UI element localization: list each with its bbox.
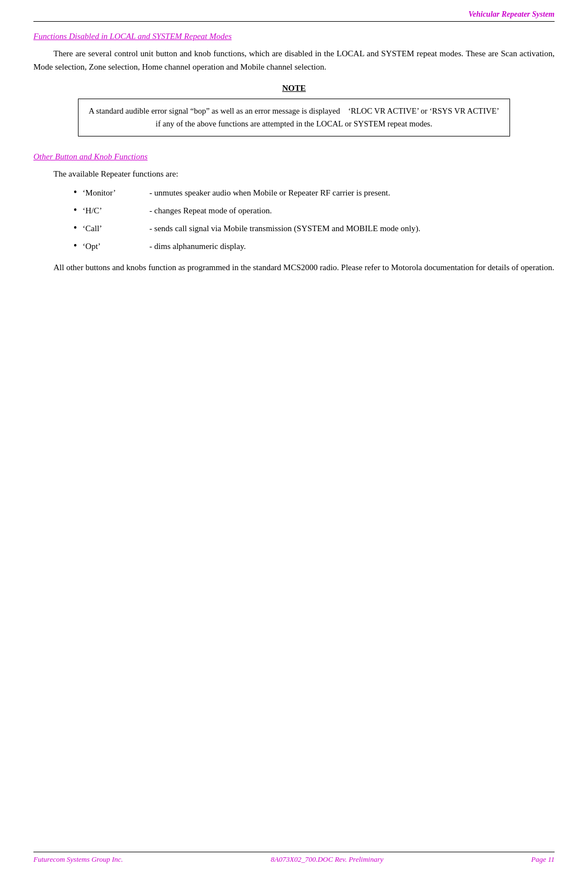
bullet-desc: - changes Repeat mode of operation. bbox=[149, 204, 272, 217]
list-item: •‘H/C’- changes Repeat mode of operation… bbox=[74, 204, 555, 217]
footer-right: Page 11 bbox=[531, 855, 555, 864]
bullet-dot-icon: • bbox=[74, 240, 77, 252]
page-container: Vehicular Repeater System Functions Disa… bbox=[0, 0, 588, 874]
section2-block: Other Button and Knob Functions The avai… bbox=[33, 152, 555, 274]
available-text: The available Repeater functions are: bbox=[53, 167, 555, 180]
footer-center: 8A073X02_700.DOC Rev. Preliminary bbox=[271, 855, 383, 864]
footer-bar: Futurecom Systems Group Inc. 8A073X02_70… bbox=[33, 852, 555, 864]
note-text: A standard audible error signal “bop” as… bbox=[89, 106, 499, 128]
bullet-desc: - unmutes speaker audio when Mobile or R… bbox=[149, 186, 390, 199]
section1-paragraph: There are several control unit button an… bbox=[33, 47, 555, 74]
bullet-dot-icon: • bbox=[74, 186, 77, 199]
header-bar: Vehicular Repeater System bbox=[33, 10, 555, 22]
bullet-desc: - dims alphanumeric display. bbox=[149, 240, 246, 253]
bullet-key: ‘Call’ bbox=[82, 222, 149, 235]
bullet-key: ‘Monitor’ bbox=[82, 186, 149, 199]
list-item: •‘Opt’- dims alphanumeric display. bbox=[74, 240, 555, 253]
section2-heading[interactable]: Other Button and Knob Functions bbox=[33, 152, 148, 162]
bullet-dot-icon: • bbox=[74, 222, 77, 235]
note-box: A standard audible error signal “bop” as… bbox=[78, 99, 510, 136]
bullet-list: •‘Monitor’- unmutes speaker audio when M… bbox=[74, 186, 555, 253]
section1-heading[interactable]: Functions Disabled in LOCAL and SYSTEM R… bbox=[33, 32, 232, 41]
header-title: Vehicular Repeater System bbox=[468, 10, 555, 19]
bullet-key: ‘Opt’ bbox=[82, 240, 149, 253]
note-label: NOTE bbox=[33, 84, 555, 93]
bullet-key: ‘H/C’ bbox=[82, 204, 149, 217]
bullet-dot-icon: • bbox=[74, 204, 77, 217]
list-item: •‘Call’- sends call signal via Mobile tr… bbox=[74, 222, 555, 235]
list-item: •‘Monitor’- unmutes speaker audio when M… bbox=[74, 186, 555, 199]
bullet-desc: - sends call signal via Mobile transmiss… bbox=[149, 222, 420, 235]
footer-left: Futurecom Systems Group Inc. bbox=[33, 855, 123, 864]
closing-paragraph: All other buttons and knobs function as … bbox=[33, 261, 555, 274]
